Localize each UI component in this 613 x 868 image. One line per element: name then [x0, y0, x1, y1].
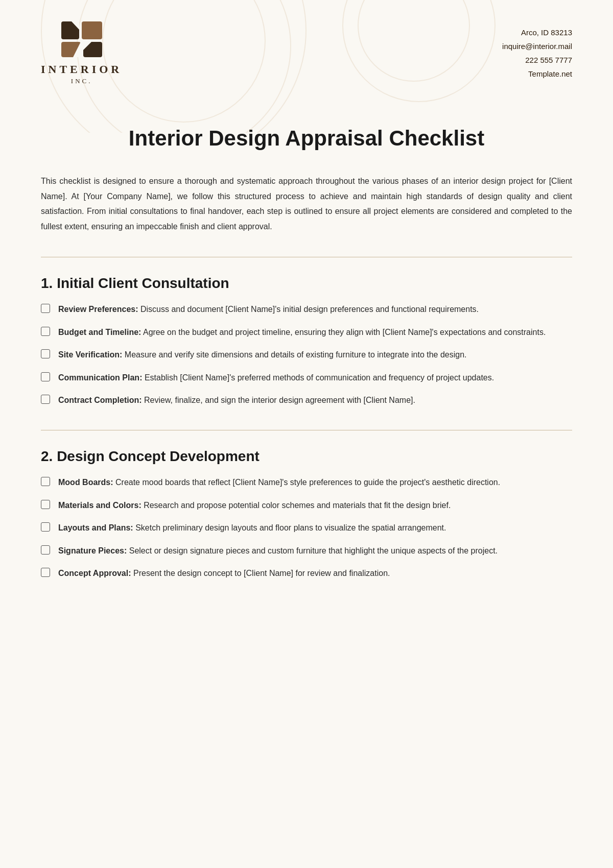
page-title: Interior Design Appraisal Checklist [41, 126, 572, 151]
list-item: Materials and Colors: Research and propo… [41, 499, 572, 512]
list-item: Review Preferences: Discuss and document… [41, 303, 572, 316]
page: INTERIOR INC. Arco, ID 83213 inquire@int… [0, 0, 613, 868]
checklist-item-text: Site Verification: Measure and verify si… [58, 348, 572, 361]
header: INTERIOR INC. Arco, ID 83213 inquire@int… [0, 0, 613, 101]
section-1-checklist: Review Preferences: Discuss and document… [41, 303, 572, 407]
svg-rect-1 [82, 21, 102, 39]
checkbox-1-3[interactable] [41, 349, 50, 358]
list-item: Layouts and Plans: Sketch preliminary de… [41, 521, 572, 535]
checklist-item-text: Mood Boards: Create mood boards that ref… [58, 476, 572, 489]
section-2-divider [41, 430, 572, 430]
list-item: Mood Boards: Create mood boards that ref… [41, 476, 572, 489]
section-2-checklist: Mood Boards: Create mood boards that ref… [41, 476, 572, 580]
list-item: Contract Completion: Review, finalize, a… [41, 394, 572, 407]
company-website: Template.net [502, 67, 572, 81]
checklist-item-text: Materials and Colors: Research and propo… [58, 499, 572, 512]
checkbox-1-2[interactable] [41, 327, 50, 336]
company-sub: INC. [71, 77, 92, 85]
company-email: inquire@interior.mail [502, 39, 572, 53]
checklist-item-text: Layouts and Plans: Sketch preliminary de… [58, 521, 572, 535]
section-2-heading: 2. Design Concept Development [41, 448, 572, 465]
checkbox-2-3[interactable] [41, 522, 50, 532]
checkbox-2-1[interactable] [41, 477, 50, 486]
checklist-item-text: Contract Completion: Review, finalize, a… [58, 394, 572, 407]
list-item: Site Verification: Measure and verify si… [41, 348, 572, 361]
checkbox-1-4[interactable] [41, 372, 50, 381]
checkbox-1-1[interactable] [41, 304, 50, 313]
checklist-item-text: Signature Pieces: Select or design signa… [58, 544, 572, 558]
company-logo-icon [59, 20, 105, 59]
intro-text: This checklist is designed to ensure a t… [41, 174, 572, 234]
section-1-heading: 1. Initial Client Consultation [41, 275, 572, 292]
section-1-divider [41, 257, 572, 257]
checkbox-2-2[interactable] [41, 500, 50, 509]
logo-area: INTERIOR INC. [41, 20, 122, 85]
list-item: Communication Plan: Establish [Client Na… [41, 371, 572, 384]
checkbox-2-4[interactable] [41, 545, 50, 554]
checklist-item-text: Communication Plan: Establish [Client Na… [58, 371, 572, 384]
checklist-item-text: Concept Approval: Present the design con… [58, 567, 572, 580]
contact-info: Arco, ID 83213 inquire@interior.mail 222… [502, 20, 572, 81]
checklist-item-text: Budget and Timeline: Agree on the budget… [58, 326, 572, 339]
list-item: Concept Approval: Present the design con… [41, 567, 572, 580]
main-content: Interior Design Appraisal Checklist This… [0, 101, 613, 634]
checklist-item-text: Review Preferences: Discuss and document… [58, 303, 572, 316]
company-phone: 222 555 7777 [502, 53, 572, 67]
list-item: Signature Pieces: Select or design signa… [41, 544, 572, 558]
checkbox-1-5[interactable] [41, 395, 50, 404]
company-address: Arco, ID 83213 [502, 26, 572, 39]
list-item: Budget and Timeline: Agree on the budget… [41, 326, 572, 339]
company-name: INTERIOR [41, 63, 122, 76]
checkbox-2-5[interactable] [41, 568, 50, 577]
